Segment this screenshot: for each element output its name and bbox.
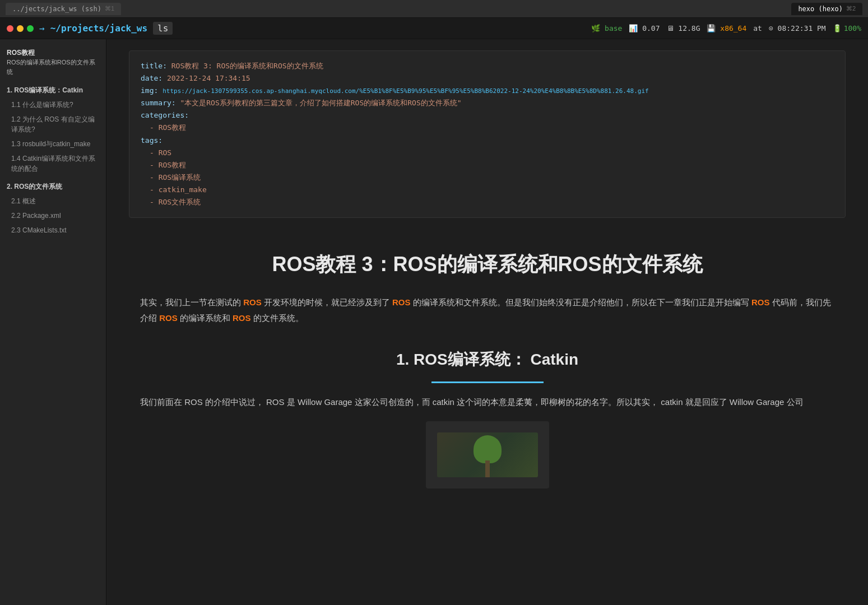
path: /projects/jack_ws [55,23,147,34]
willow-tree-icon [471,438,504,477]
yaml-tags-key: tags: [141,136,163,145]
yaml-tag2: - ROS教程 [150,161,186,169]
top-bar: ../jects/jack_ws (ssh) ⌘1 hexo (hexo) ⌘2 [0,0,868,18]
section1-body: 我们前面在 ROS 的介绍中说过， ROS 是 Willow Garage 这家… [140,394,834,411]
minimize-button[interactable] [17,25,24,32]
tab-left-path: ../jects/jack_ws (ssh) [12,5,101,13]
yaml-tag4: - catkin_make [150,185,207,194]
yaml-cat-item: - ROS教程 [150,123,186,132]
yaml-img-key: img: [141,86,163,95]
tab-left[interactable]: ../jects/jack_ws (ssh) ⌘1 [6,3,121,15]
yaml-img-url: https://jack-1307599355.cos.ap-shanghai.… [163,87,649,95]
tab-right-shortcut: ⌘2 [846,5,856,12]
yaml-categories-key: categories: [141,111,189,119]
yaml-title-val: ROS教程 3: ROS的编译系统和ROS的文件系统 [171,62,323,70]
yaml-summary-val: "本文是ROS系列教程的第三篇文章，介绍了如何搭建ROS的编译系统和ROS的文件… [180,99,461,107]
yaml-date-key: date: [141,74,167,82]
at-label: at [753,24,762,32]
terminal-prompt: → [39,23,45,34]
mem-badge: 🖥 12.8G [667,24,700,32]
article-main-title: ROS教程 3：ROS的编译系统和ROS的文件系统 [140,252,834,278]
tab-right-label: hexo (hexo) [798,5,842,13]
yaml-tag5: - ROS文件系统 [150,198,201,206]
top-bar-right: hexo (hexo) ⌘2 [434,3,863,15]
article-content: ROS教程 3：ROS的编译系统和ROS的文件系统 其实，我们上一节在测试的 R… [106,229,868,522]
section1-title: 1. ROS编译系统： Catkin [140,349,834,370]
window-controls [7,25,34,32]
article-image [426,421,549,488]
content-pane[interactable]: title: ROS教程 3: ROS的编译系统和ROS的文件系统 date: … [106,39,868,605]
terminal-command: ls [153,22,173,35]
maximize-button[interactable] [27,25,34,32]
top-bar-left: ../jects/jack_ws (ssh) ⌘1 [6,3,434,15]
tab-left-shortcut: ⌘1 [105,5,114,12]
terminal-status: 🌿 base 📊 0.07 🖥 12.8G 💾 x86_64 at ⊙ 08:2… [591,24,861,32]
yaml-tag3: - ROS编译系统 [150,173,201,182]
willow-image [437,432,538,477]
yaml-summary-key: summary: [141,99,180,107]
sidebar-item-2-3[interactable]: 2.3 CMakeLists.txt [0,223,106,238]
article-intro-paragraph: 其实，我们上一节在测试的 ROS 开发环境的时候，就已经涉及到了 ROS 的编译… [140,295,834,327]
sidebar-item-section1[interactable]: 1. ROS编译系统：Catkin [0,83,106,97]
cpu-badge: 📊 0.07 [629,24,660,32]
sidebar-item-1-3[interactable]: 1.3 rosbuild与catkin_make [0,137,106,151]
tab-right[interactable]: hexo (hexo) ⌘2 [791,3,862,15]
main-area: ROS教程 ROS的编译系统和ROS的文件系统 1. ROS编译系统：Catki… [0,39,868,605]
sidebar-item-1-1[interactable]: 1.1 什么是编译系统? [0,97,106,112]
sidebar: ROS教程 ROS的编译系统和ROS的文件系统 1. ROS编译系统：Catki… [0,39,106,605]
arch-badge: 💾 x86_64 [707,24,746,32]
terminal-bar: → ~/projects/jack_ws ls 🌿 base 📊 0.07 🖥 … [0,18,868,39]
sidebar-item-section2[interactable]: 2. ROS的文件系统 [0,179,106,194]
terminal-path: ~/projects/jack_ws [50,23,147,34]
section-underline [431,381,544,383]
base-badge: 🌿 base [591,24,622,32]
yaml-block: title: ROS教程 3: ROS的编译系统和ROS的文件系统 date: … [129,50,846,218]
yaml-title-key: title: [141,62,171,70]
tilde: ~ [50,23,56,34]
close-button[interactable] [7,25,13,32]
sidebar-item-2-1[interactable]: 2.1 概述 [0,194,106,208]
sidebar-item-1-2[interactable]: 1.2 为什么 ROS 有自定义编译系统? [0,112,106,137]
yaml-tag1: - ROS [150,148,171,157]
time-badge: ⊙ 08:22:31 PM [769,24,826,32]
sidebar-item-1-4[interactable]: 1.4 Catkin编译系统和文件系统的配合 [0,151,106,176]
yaml-date-val: 2022-12-24 17:34:15 [167,74,250,82]
sidebar-item-2-2[interactable]: 2.2 Package.xml [0,208,106,223]
sidebar-breadcrumb: ROS教程 ROS的编译系统和ROS的文件系统 [0,45,106,80]
battery-badge: 🔋 100% [833,24,861,32]
